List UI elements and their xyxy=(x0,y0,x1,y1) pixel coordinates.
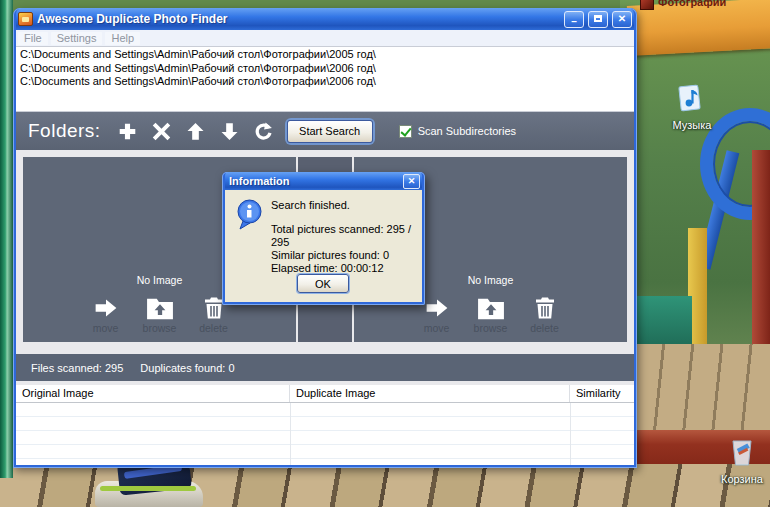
x-icon xyxy=(152,122,171,141)
info-icon xyxy=(236,199,263,232)
status-bar: Files scanned: 295 Duplicates found: 0 xyxy=(16,349,634,381)
maximize-button[interactable] xyxy=(588,11,608,28)
detail-line: Similar pictures found: 0 xyxy=(271,249,422,262)
column-duplicate-image[interactable]: Duplicate Image xyxy=(290,385,570,402)
menu-settings[interactable]: Settings xyxy=(51,32,103,45)
dialog-message: Search finished. xyxy=(271,199,350,211)
refresh-button[interactable] xyxy=(249,117,279,145)
trash-icon xyxy=(534,295,556,321)
window-title: Awesome Duplicate Photo Finder xyxy=(37,12,560,26)
desktop-icon-music[interactable]: Музыка xyxy=(660,82,724,131)
desktop-icon-photos[interactable]: Фотографии xyxy=(640,0,726,10)
scan-subdirectories-option[interactable]: Scan Subdirectories xyxy=(399,125,516,138)
column-divider xyxy=(290,403,291,465)
minimize-button[interactable]: – xyxy=(564,11,584,28)
close-button[interactable]: ✕ xyxy=(612,11,632,28)
folder-path[interactable]: C:\Documents and Settings\Admin\Рабочий … xyxy=(20,62,630,76)
desktop-icon-label: Музыка xyxy=(673,119,712,131)
desktop-icon-label: Корзина xyxy=(721,473,763,485)
image-actions: move browse xyxy=(414,295,568,334)
move-up-button[interactable] xyxy=(181,117,211,145)
folders-toolbar: Folders: xyxy=(16,112,634,150)
arrow-up-icon xyxy=(186,122,205,141)
menu-file[interactable]: File xyxy=(18,32,48,45)
move-arrow-icon xyxy=(425,295,449,321)
no-image-label: No Image xyxy=(468,274,514,286)
dialog-title: Information xyxy=(229,175,403,187)
desktop-photo-teal-panel xyxy=(636,296,692,348)
desktop-icon-label: Фотографии xyxy=(658,0,726,8)
recycle-bin-icon xyxy=(729,438,755,472)
desktop: Фотографии Музыка Корзина Awesome Duplic… xyxy=(0,0,770,507)
desktop-photo-shoe-accent xyxy=(100,486,196,491)
folders-label: Folders: xyxy=(28,120,101,142)
menu-bar: File Settings Help xyxy=(16,30,634,46)
browse-image-button[interactable]: browse xyxy=(468,295,514,334)
folder-path[interactable]: C:\Documents and Settings\Admin\Рабочий … xyxy=(20,75,630,89)
image-actions: move browse xyxy=(83,295,237,334)
column-original-image[interactable]: Original Image xyxy=(16,385,290,402)
files-scanned-status: Files scanned: 295 xyxy=(31,362,123,374)
column-similarity[interactable]: Similarity xyxy=(570,385,634,402)
detail-line: Total pictures scanned: 295 / 295 xyxy=(271,223,422,249)
music-icon xyxy=(676,82,708,118)
duplicates-found-status: Duplicates found: 0 xyxy=(140,362,234,374)
move-arrow-icon xyxy=(94,295,118,321)
dialog-titlebar[interactable]: Information ✕ xyxy=(225,172,422,190)
no-image-label: No Image xyxy=(137,274,183,286)
results-table: Original Image Duplicate Image Similarit… xyxy=(16,381,634,465)
delete-image-button[interactable]: delete xyxy=(522,295,568,334)
browse-folder-icon xyxy=(146,295,174,321)
desktop-photo-green-pole xyxy=(0,0,13,478)
check-icon xyxy=(400,125,411,137)
results-table-header: Original Image Duplicate Image Similarit… xyxy=(16,385,634,403)
browse-folder-icon xyxy=(477,295,505,321)
maximize-icon xyxy=(594,15,602,22)
add-folder-button[interactable] xyxy=(113,117,143,145)
start-search-button[interactable]: Start Search xyxy=(287,120,373,143)
ok-button[interactable]: OK xyxy=(297,274,349,293)
folder-list[interactable]: C:\Documents and Settings\Admin\Рабочий … xyxy=(16,46,634,112)
scan-subdirectories-checkbox[interactable] xyxy=(399,125,412,138)
remove-folder-button[interactable] xyxy=(147,117,177,145)
arrow-down-icon xyxy=(220,122,239,141)
titlebar[interactable]: Awesome Duplicate Photo Finder – ✕ xyxy=(16,8,634,30)
desktop-icon-recycle-bin[interactable]: Корзина xyxy=(712,438,770,485)
photos-folder-icon xyxy=(640,0,654,10)
plus-icon xyxy=(118,122,137,141)
desktop-photo-deck-right xyxy=(636,344,770,440)
refresh-icon xyxy=(254,122,273,141)
move-down-button[interactable] xyxy=(215,117,245,145)
menu-help[interactable]: Help xyxy=(105,32,140,45)
browse-image-button[interactable]: browse xyxy=(137,295,183,334)
app-icon xyxy=(18,12,33,26)
information-dialog: Information ✕ Search finished. Total pic… xyxy=(222,172,425,305)
results-table-body[interactable] xyxy=(16,403,634,465)
dialog-body: Search finished. Total pictures scanned:… xyxy=(225,190,422,302)
move-image-button[interactable]: move xyxy=(83,295,129,334)
scan-subdirectories-label: Scan Subdirectories xyxy=(418,125,516,137)
folder-path[interactable]: C:\Documents and Settings\Admin\Рабочий … xyxy=(20,48,630,62)
dialog-close-button[interactable]: ✕ xyxy=(403,174,420,189)
dialog-details: Total pictures scanned: 295 / 295 Simila… xyxy=(271,223,422,275)
column-divider xyxy=(570,403,571,465)
